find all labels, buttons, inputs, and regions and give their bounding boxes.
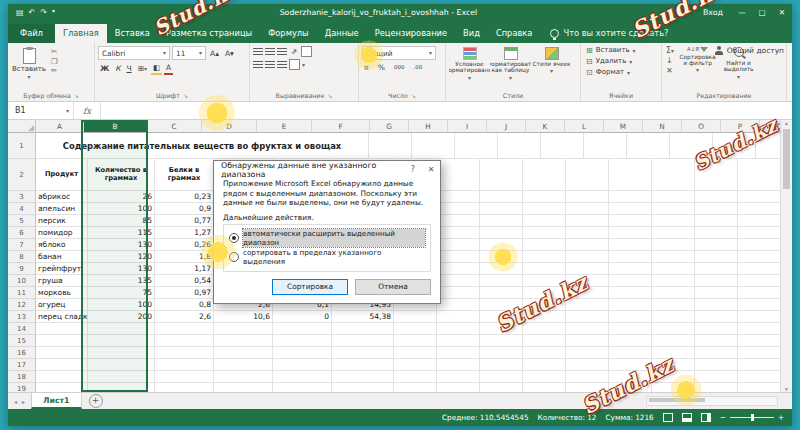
cell[interactable] bbox=[155, 347, 214, 359]
cell[interactable] bbox=[214, 383, 273, 392]
orientation-icon[interactable]: ⇗ bbox=[289, 46, 299, 57]
minimize-button[interactable]: — bbox=[732, 4, 752, 21]
cell[interactable] bbox=[273, 347, 332, 359]
align-bottom-icon[interactable] bbox=[277, 48, 287, 56]
cell[interactable] bbox=[609, 347, 652, 359]
cell[interactable] bbox=[480, 299, 523, 311]
scroll-down-icon[interactable]: ▾ bbox=[785, 386, 788, 392]
cell[interactable] bbox=[480, 287, 523, 299]
cell[interactable] bbox=[523, 227, 566, 239]
radio-sort-within-selection[interactable]: сортировать в пределах указанного выделе… bbox=[229, 248, 425, 266]
font-color-icon[interactable]: А bbox=[164, 62, 173, 75]
cell[interactable] bbox=[214, 347, 273, 359]
insert-cells-button[interactable]: ⊞ Вставить ▾ bbox=[584, 45, 658, 56]
cell[interactable] bbox=[273, 359, 332, 371]
cell[interactable] bbox=[36, 323, 88, 335]
cell[interactable] bbox=[273, 335, 332, 347]
cell[interactable] bbox=[652, 215, 695, 227]
cell[interactable] bbox=[214, 359, 273, 371]
cell[interactable] bbox=[738, 159, 781, 191]
number-format-combo[interactable]: Общий▾ bbox=[362, 46, 436, 60]
row-header-14[interactable]: 14 bbox=[8, 323, 36, 335]
cell[interactable] bbox=[523, 275, 566, 287]
format-as-table-button[interactable]: Форматировать как таблицу ▾ bbox=[490, 45, 531, 81]
cell[interactable] bbox=[609, 323, 652, 335]
cell[interactable] bbox=[566, 311, 609, 323]
cell[interactable] bbox=[670, 133, 713, 159]
cell[interactable] bbox=[566, 215, 609, 227]
column-header-E[interactable]: E bbox=[257, 120, 312, 133]
cell[interactable] bbox=[609, 203, 652, 215]
cell[interactable] bbox=[584, 133, 627, 159]
column-header-M[interactable]: M bbox=[604, 120, 643, 133]
cell[interactable]: 0,9 bbox=[155, 203, 214, 215]
cell[interactable] bbox=[695, 239, 738, 251]
column-header-P[interactable]: P bbox=[721, 120, 760, 133]
cell[interactable]: 54,38 bbox=[332, 311, 394, 323]
cell[interactable] bbox=[273, 371, 332, 383]
cell[interactable] bbox=[480, 251, 523, 263]
cell[interactable] bbox=[437, 335, 480, 347]
cell[interactable] bbox=[437, 347, 480, 359]
cell[interactable] bbox=[609, 251, 652, 263]
page-layout-view-icon[interactable] bbox=[682, 413, 692, 422]
formula-input[interactable] bbox=[101, 102, 792, 119]
cell[interactable] bbox=[609, 239, 652, 251]
cell[interactable] bbox=[480, 191, 523, 203]
save-icon[interactable]: ▤ bbox=[16, 8, 24, 17]
column-header-O[interactable]: O bbox=[682, 120, 721, 133]
tab-Рецензирование[interactable]: Рецензирование bbox=[367, 24, 455, 43]
sort-confirm-button[interactable]: Сортировка bbox=[272, 279, 348, 295]
cell[interactable]: 120 bbox=[88, 251, 155, 263]
cell[interactable]: 1,17 bbox=[155, 263, 214, 275]
cell[interactable] bbox=[652, 239, 695, 251]
column-header-A[interactable]: A bbox=[36, 120, 84, 133]
cell[interactable]: 10,6 bbox=[214, 311, 273, 323]
row-header-5[interactable]: 5 bbox=[8, 215, 36, 227]
cell[interactable] bbox=[273, 323, 332, 335]
cell[interactable]: 100 bbox=[88, 203, 155, 215]
cell[interactable]: 0,54 bbox=[155, 275, 214, 287]
cell[interactable] bbox=[695, 287, 738, 299]
cell[interactable] bbox=[566, 371, 609, 383]
cell[interactable] bbox=[394, 311, 437, 323]
column-header-K[interactable]: K bbox=[526, 120, 565, 133]
cell[interactable] bbox=[480, 275, 523, 287]
sheet-nav-left-icon[interactable]: ◂ bbox=[14, 398, 17, 405]
cell[interactable]: перец сладкий bbox=[36, 311, 88, 323]
zoom-thumb[interactable] bbox=[751, 414, 754, 421]
cell[interactable] bbox=[523, 263, 566, 275]
cell[interactable] bbox=[437, 287, 480, 299]
cell[interactable] bbox=[652, 159, 695, 191]
cell[interactable] bbox=[36, 335, 88, 347]
cell[interactable] bbox=[695, 347, 738, 359]
cell[interactable] bbox=[609, 287, 652, 299]
cell[interactable]: 1,27 bbox=[155, 227, 214, 239]
share-button[interactable]: Общий доступ bbox=[715, 46, 784, 55]
cell[interactable]: абрикос bbox=[36, 191, 88, 203]
cell[interactable]: 0,8 bbox=[155, 299, 214, 311]
cell[interactable] bbox=[437, 203, 480, 215]
cell[interactable] bbox=[609, 191, 652, 203]
help-icon[interactable]: ? bbox=[404, 161, 422, 178]
sort-filter-button[interactable]: А↓Я Сортировка и фильтр ▾ bbox=[677, 45, 718, 73]
cell[interactable]: 85 bbox=[88, 215, 155, 227]
column-header-H[interactable]: H bbox=[409, 120, 448, 133]
dialog-close-icon[interactable]: ✕ bbox=[422, 161, 440, 178]
cell[interactable]: 2,6 bbox=[155, 311, 214, 323]
bold-button[interactable]: Ж bbox=[98, 63, 111, 74]
tab-Файл[interactable]: Файл bbox=[8, 24, 55, 43]
align-right-icon[interactable] bbox=[277, 61, 287, 69]
cell[interactable] bbox=[437, 263, 480, 275]
row-header-18[interactable]: 18 bbox=[8, 371, 36, 383]
cell[interactable] bbox=[394, 335, 437, 347]
cell[interactable] bbox=[652, 287, 695, 299]
cell[interactable] bbox=[155, 371, 214, 383]
cell[interactable] bbox=[523, 371, 566, 383]
column-header-D[interactable]: D bbox=[202, 120, 257, 133]
horizontal-scrollbar[interactable] bbox=[646, 396, 778, 406]
column-header-C[interactable]: C bbox=[147, 120, 202, 133]
cell[interactable] bbox=[437, 191, 480, 203]
cell[interactable]: Белки в граммах bbox=[155, 159, 214, 191]
cell[interactable] bbox=[738, 323, 781, 335]
